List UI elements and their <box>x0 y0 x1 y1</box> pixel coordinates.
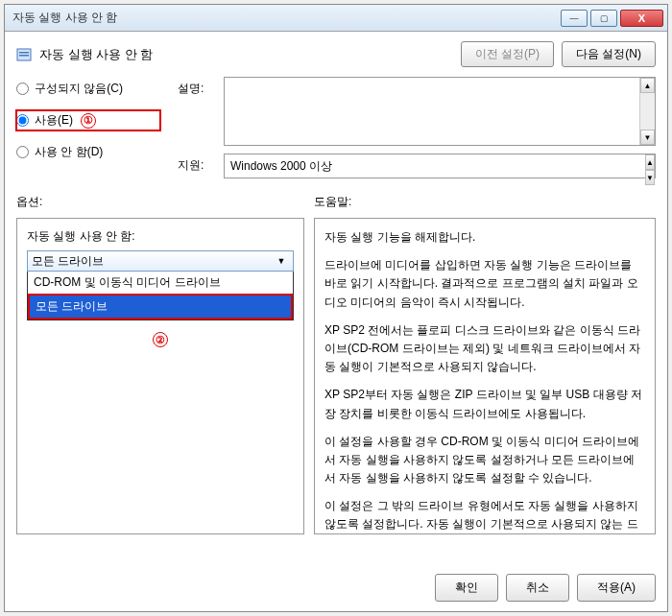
nav-buttons: 이전 설정(P) 다음 설정(N) <box>461 41 656 67</box>
radio-enabled[interactable]: 사용(E) <box>16 112 73 129</box>
description-section: 설명: ▲ ▼ 지원: Windows 2000 이상 ▲ ▼ <box>178 77 656 178</box>
page-title: 자동 실행 사용 안 함 <box>39 46 153 63</box>
window-buttons: — ▢ X <box>561 10 663 27</box>
combo-value: 모든 드라이브 <box>32 253 104 270</box>
help-panel[interactable]: 자동 실행 기능을 해제합니다. 드라이브에 미디어를 삽입하면 자동 실행 기… <box>314 218 656 534</box>
dropdown-item-all-drives[interactable]: 모든 드라이브 <box>28 294 293 320</box>
radio-disabled-input[interactable] <box>16 146 29 158</box>
radio-enabled-label: 사용(E) <box>35 112 73 129</box>
ok-button[interactable]: 확인 <box>435 574 498 602</box>
options-label: 옵션: <box>16 194 314 210</box>
lower-section: 자동 실행 사용 안 함: 모든 드라이브 ▼ CD-ROM 및 이동식 미디어… <box>16 218 656 534</box>
svg-rect-1 <box>19 52 29 54</box>
policy-window: 자동 실행 사용 안 함 — ▢ X 자동 실행 사용 안 함 이전 설정(P)… <box>4 4 668 612</box>
help-text: 이 설정은 그 밖의 드라이브 유형에서도 자동 실행을 사용하지 않도록 설정… <box>324 497 645 534</box>
support-scrollbar[interactable]: ▲ ▼ <box>645 154 655 178</box>
combo-label: 자동 실행 사용 안 함: <box>27 228 294 245</box>
mid-labels: 옵션: 도움말: <box>16 194 656 210</box>
radio-disabled[interactable]: 사용 안 함(D) <box>16 144 160 160</box>
radio-not-configured-input[interactable] <box>16 83 29 95</box>
next-setting-button[interactable]: 다음 설정(N) <box>562 41 656 67</box>
support-value: Windows 2000 이상 <box>230 158 332 175</box>
radio-not-configured[interactable]: 구성되지 않음(C) <box>16 81 160 97</box>
scroll-up-icon[interactable]: ▲ <box>640 78 655 93</box>
scroll-down-icon[interactable]: ▼ <box>640 130 655 145</box>
top-section: 구성되지 않음(C) 사용(E) ① 사용 안 함(D) 설명: <box>16 77 656 178</box>
description-label: 설명: <box>178 77 216 97</box>
help-label: 도움말: <box>314 194 351 210</box>
help-text: 드라이브에 미디어를 삽입하면 자동 실행 기능은 드라이브를 바로 읽기 시작… <box>324 256 645 312</box>
footer-buttons: 확인 취소 적용(A) <box>435 574 656 602</box>
help-text: XP SP2부터 자동 실행은 ZIP 드라이브 및 일부 USB 대용량 저장… <box>324 386 645 422</box>
scroll-up-icon[interactable]: ▲ <box>645 154 655 170</box>
drive-dropdown: CD-ROM 및 이동식 미디어 드라이브 모든 드라이브 <box>27 272 294 320</box>
annotation-box-1: 사용(E) ① <box>16 110 160 130</box>
help-text: 이 설정을 사용할 경우 CD-ROM 및 이동식 미디어 드라이브에서 자동 … <box>324 433 645 488</box>
dropdown-item-cdrom[interactable]: CD-ROM 및 이동식 미디어 드라이브 <box>28 272 293 294</box>
radio-not-configured-label: 구성되지 않음(C) <box>35 81 123 97</box>
support-label: 지원: <box>178 154 216 174</box>
policy-icon <box>16 47 32 62</box>
maximize-button[interactable]: ▢ <box>590 10 617 27</box>
chevron-down-icon: ▼ <box>274 256 289 266</box>
titlebar[interactable]: 자동 실행 사용 안 함 — ▢ X <box>5 5 667 32</box>
drive-combo[interactable]: 모든 드라이브 ▼ <box>27 250 294 272</box>
annotation-2-icon: ② <box>153 332 168 347</box>
radio-group: 구성되지 않음(C) 사용(E) ① 사용 안 함(D) <box>16 77 160 178</box>
minimize-button[interactable]: — <box>561 10 588 27</box>
apply-button[interactable]: 적용(A) <box>577 574 656 602</box>
close-button[interactable]: X <box>620 10 663 27</box>
annotation-1-icon: ① <box>81 113 96 129</box>
svg-rect-2 <box>19 55 29 57</box>
support-field: Windows 2000 이상 ▲ ▼ <box>224 154 656 178</box>
cancel-button[interactable]: 취소 <box>506 574 569 602</box>
options-panel: 자동 실행 사용 안 함: 모든 드라이브 ▼ CD-ROM 및 이동식 미디어… <box>16 218 304 534</box>
description-scrollbar[interactable]: ▲ ▼ <box>639 78 655 145</box>
header: 자동 실행 사용 안 함 이전 설정(P) 다음 설정(N) <box>16 41 656 67</box>
help-text: XP SP2 전에서는 플로피 디스크 드라이브와 같은 이동식 드라이브(CD… <box>324 321 645 377</box>
annotation-2-wrap: ② <box>27 320 294 347</box>
radio-enabled-input[interactable] <box>16 114 29 127</box>
window-title: 자동 실행 사용 안 함 <box>9 10 561 26</box>
radio-disabled-label: 사용 안 함(D) <box>35 144 103 160</box>
content-area: 자동 실행 사용 안 함 이전 설정(P) 다음 설정(N) 구성되지 않음(C… <box>5 32 667 611</box>
prev-setting-button[interactable]: 이전 설정(P) <box>461 41 554 67</box>
description-textarea[interactable]: ▲ ▼ <box>224 77 656 146</box>
scroll-down-icon[interactable]: ▼ <box>645 170 655 185</box>
help-text: 자동 실행 기능을 해제합니다. <box>324 228 645 247</box>
